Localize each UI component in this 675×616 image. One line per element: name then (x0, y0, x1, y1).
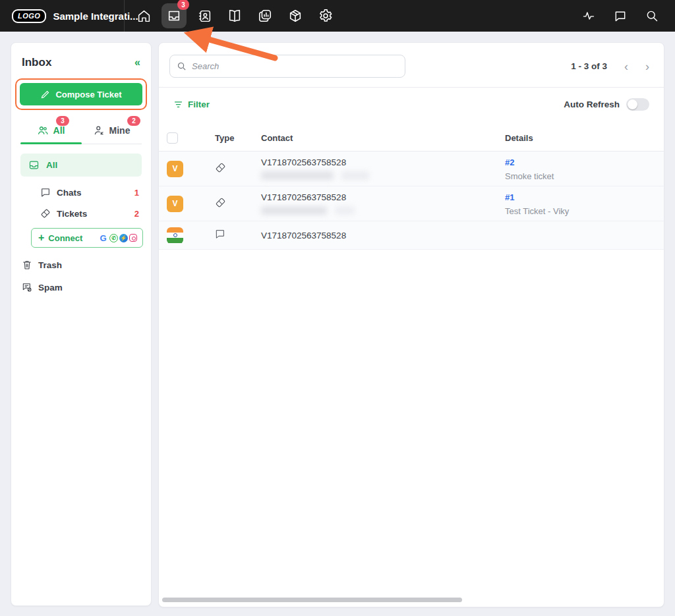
pagination: 1 - 3 of 3 ‹ › (571, 61, 649, 72)
folder-chats-count: 1 (134, 188, 139, 198)
contact-id: V1718702563758528 (261, 192, 505, 202)
activity-icon[interactable] (580, 7, 597, 24)
messenger-icon: ⚡ (119, 234, 128, 242)
pagination-range: 1 - 3 of 3 (571, 61, 607, 71)
prev-page-icon[interactable]: ‹ (624, 61, 628, 72)
compose-ticket-label: Compose Ticket (55, 90, 121, 99)
search-row: 1 - 3 of 3 ‹ › (159, 43, 664, 87)
redaction-blob (261, 206, 327, 215)
ticket-type-icon (215, 197, 261, 211)
avatar: V (167, 196, 183, 212)
inbox-list-panel: 1 - 3 of 3 ‹ › Filter Auto Refresh Type … (158, 42, 664, 607)
folder-tickets-count: 2 (134, 209, 139, 219)
ticket-subject: Smoke ticket (505, 171, 664, 181)
filter-button[interactable]: Filter (173, 99, 210, 109)
knowledge-base-icon[interactable] (222, 3, 247, 28)
ticket-link[interactable]: #1 (505, 192, 514, 202)
next-page-icon[interactable]: › (645, 61, 649, 72)
search-input[interactable] (192, 61, 398, 71)
topbar: LOGO Sample Integrati... 3 (0, 0, 675, 32)
channel-icons: G ✆ ⚡ (98, 233, 137, 243)
redacted-contact-info (261, 206, 505, 215)
contact-id: V1718702563758528 (261, 231, 505, 240)
table-row[interactable]: V1718702563758528 (159, 221, 664, 250)
home-icon[interactable] (131, 3, 156, 28)
sidebar-title: Inbox (22, 56, 51, 69)
folder-spam[interactable]: Spam (22, 282, 142, 293)
flag-stripe (167, 238, 183, 243)
folder-all-label: All (46, 160, 57, 170)
whatsapp-icon: ✆ (109, 234, 118, 242)
contacts-icon[interactable] (192, 3, 217, 28)
flag-stripe (167, 227, 183, 233)
auto-refresh: Auto Refresh (564, 98, 649, 111)
avatar: V (167, 161, 183, 177)
google-icon: G (98, 233, 108, 243)
table-row[interactable]: V V1718702563758528 #2 Smoke ticket (159, 152, 664, 186)
folder-tickets[interactable]: Tickets 2 (40, 208, 139, 219)
folder-chats[interactable]: Chats 1 (40, 187, 139, 198)
redaction-blob (261, 171, 334, 180)
collapse-sidebar-icon[interactable]: « (134, 57, 140, 68)
topbar-right-icons (580, 7, 675, 24)
ticket-type-icon (215, 162, 261, 176)
primary-nav: 3 (125, 3, 338, 28)
chat-icon[interactable] (612, 7, 629, 24)
folder-all[interactable]: All (20, 154, 142, 177)
assignment-tabs: All 3 Mine 2 (11, 125, 151, 144)
compose-ticket-button[interactable]: Compose Ticket (20, 83, 142, 105)
column-details: Details (505, 133, 664, 143)
filter-label: Filter (188, 99, 210, 109)
folder-trash[interactable]: Trash (22, 260, 142, 270)
inbox-badge: 3 (177, 0, 189, 10)
table-header: Type Contact Details (159, 125, 664, 152)
contact-id: V1718702563758528 (261, 157, 505, 167)
ticket-link[interactable]: #2 (505, 157, 514, 167)
column-type: Type (215, 133, 261, 143)
redacted-contact-info (261, 171, 505, 180)
tabs-active-indicator (20, 142, 82, 144)
column-contact: Contact (261, 133, 505, 143)
reports-icon[interactable] (252, 3, 278, 28)
inbox-icon[interactable]: 3 (161, 3, 187, 28)
select-all-checkbox[interactable] (167, 132, 178, 144)
tab-all-label: All (53, 125, 65, 136)
connect-channel-button[interactable]: + Connect G ✆ ⚡ (31, 228, 143, 248)
search-input-icon (177, 61, 187, 71)
folder-tickets-label: Tickets (57, 209, 87, 219)
tab-all-count-badge: 3 (56, 116, 69, 126)
auto-refresh-label: Auto Refresh (564, 99, 620, 109)
auto-refresh-toggle[interactable] (626, 98, 649, 111)
horizontal-scrollbar[interactable] (162, 598, 462, 602)
filter-row: Filter Auto Refresh (159, 88, 664, 121)
instagram-icon (129, 234, 137, 242)
flag-chakra (173, 233, 177, 237)
toggle-knob (628, 99, 637, 109)
plus-icon: + (38, 233, 44, 243)
search-icon[interactable] (643, 7, 660, 24)
compose-annotation-highlight: Compose Ticket (15, 78, 147, 110)
inbox-sidebar: Inbox « Compose Ticket All 3 Mine 2 (11, 42, 152, 606)
filter-icon (173, 99, 183, 109)
ticket-subject: Test Ticket - Viky (505, 206, 664, 216)
tab-mine[interactable]: Mine 2 (81, 125, 142, 144)
tab-mine-count-badge: 2 (127, 116, 140, 126)
brand[interactable]: LOGO Sample Integrati... (0, 9, 124, 23)
folder-spam-label: Spam (38, 283, 63, 293)
integrations-icon[interactable] (283, 3, 308, 28)
chat-type-icon (215, 229, 261, 242)
connect-label: Connect (48, 233, 82, 243)
tab-all[interactable]: All 3 (20, 125, 81, 144)
india-flag-avatar (167, 227, 183, 244)
settings-icon[interactable] (313, 3, 338, 28)
folder-chats-label: Chats (57, 188, 82, 198)
table-row[interactable]: V V1718702563758528 #1 Test Ticket - Vik… (159, 186, 664, 221)
folder-trash-label: Trash (38, 260, 62, 270)
page: LOGO Sample Integrati... 3 (0, 0, 675, 616)
app-logo: LOGO (12, 9, 46, 23)
search-box[interactable] (169, 55, 405, 78)
redaction-blob (341, 171, 369, 180)
tab-mine-label: Mine (109, 125, 131, 136)
folder-list: All Chats 1 Tickets 2 + Connect G ✆ ⚡ (11, 144, 151, 293)
redaction-blob (335, 206, 355, 215)
